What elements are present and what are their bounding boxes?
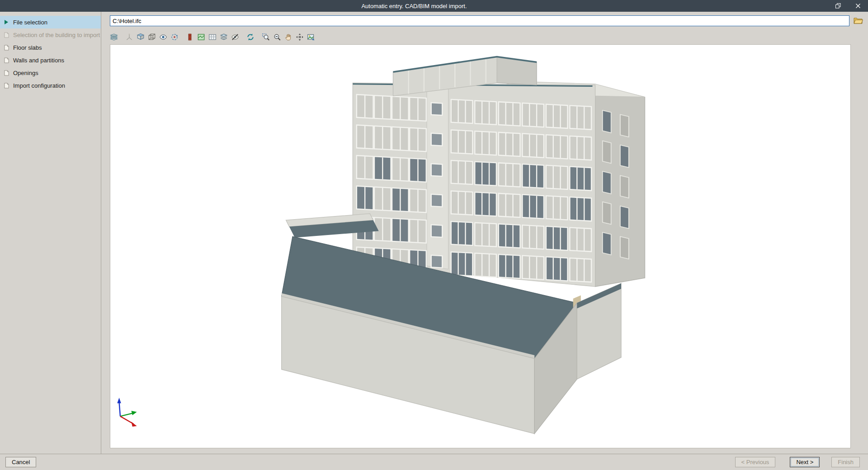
- sidebar-item-building-selection[interactable]: Selection of the building to import: [0, 28, 101, 41]
- snapshot-icon[interactable]: [305, 32, 316, 43]
- sidebar-item-file-selection[interactable]: File selection: [0, 16, 101, 28]
- active-step-arrow-icon: [4, 19, 10, 25]
- titlebar: Automatic entry. CAD/BIM model import.: [0, 0, 868, 12]
- sidebar-item-floor-slabs[interactable]: Floor slabs: [0, 41, 101, 54]
- step-page-icon: [4, 70, 10, 76]
- close-icon[interactable]: [848, 0, 868, 12]
- step-page-icon: [4, 82, 10, 89]
- sidebar-item-label: Floor slabs: [13, 44, 42, 51]
- zoom-window-icon[interactable]: [260, 32, 271, 43]
- layers-icon[interactable]: [108, 32, 119, 43]
- previous-button[interactable]: < Previous: [735, 457, 776, 467]
- axis-triad: [117, 398, 137, 427]
- hide-elements-icon[interactable]: [229, 32, 241, 43]
- sidebar-item-label: Selection of the building to import: [13, 32, 100, 38]
- textures-icon[interactable]: [195, 32, 207, 43]
- visibility-icon[interactable]: [157, 32, 169, 43]
- columns-icon[interactable]: [184, 32, 195, 43]
- wizard-nav-buttons: < Previous Next > Finish: [735, 457, 860, 467]
- file-path-row: [102, 12, 868, 30]
- window-title: Automatic entry. CAD/BIM model import.: [0, 3, 828, 9]
- pan-icon[interactable]: [283, 32, 294, 43]
- sidebar-item-openings[interactable]: Openings: [0, 66, 101, 79]
- sidebar-item-walls-partitions[interactable]: Walls and partitions: [0, 54, 101, 66]
- layer-stack-icon[interactable]: [218, 32, 229, 43]
- grid-icon[interactable]: [207, 32, 218, 43]
- open-folder-icon[interactable]: [852, 15, 864, 27]
- orbit-icon[interactable]: [169, 32, 180, 43]
- restore-window-icon[interactable]: [828, 0, 848, 12]
- solid-view-icon[interactable]: [135, 32, 146, 43]
- main-panel: [102, 12, 868, 454]
- viewer-toolbar: [102, 30, 868, 44]
- building-model: [110, 45, 850, 448]
- wizard-footer: Cancel < Previous Next > Finish: [0, 454, 868, 470]
- section-axes-icon[interactable]: [123, 32, 135, 43]
- finish-button[interactable]: Finish: [831, 457, 860, 467]
- 3d-viewport[interactable]: [110, 44, 851, 448]
- file-path-input[interactable]: [110, 15, 849, 26]
- regenerate-3d-icon[interactable]: [245, 32, 256, 43]
- step-page-icon: [4, 44, 10, 51]
- step-page-icon: [4, 57, 10, 63]
- sidebar-item-label: File selection: [13, 19, 47, 26]
- sidebar-item-label: Openings: [13, 70, 38, 76]
- sidebar-item-label: Import configuration: [13, 82, 65, 89]
- wireframe-view-icon[interactable]: [146, 32, 157, 43]
- wizard-steps-sidebar: File selection Selection of the building…: [0, 12, 101, 454]
- sidebar-item-label: Walls and partitions: [13, 57, 64, 64]
- step-page-icon: [4, 32, 10, 38]
- next-button[interactable]: Next >: [790, 457, 820, 467]
- sidebar-item-import-configuration[interactable]: Import configuration: [0, 79, 101, 92]
- zoom-extents-icon[interactable]: [294, 32, 305, 43]
- cancel-button[interactable]: Cancel: [5, 457, 36, 467]
- zoom-out-icon[interactable]: [271, 32, 283, 43]
